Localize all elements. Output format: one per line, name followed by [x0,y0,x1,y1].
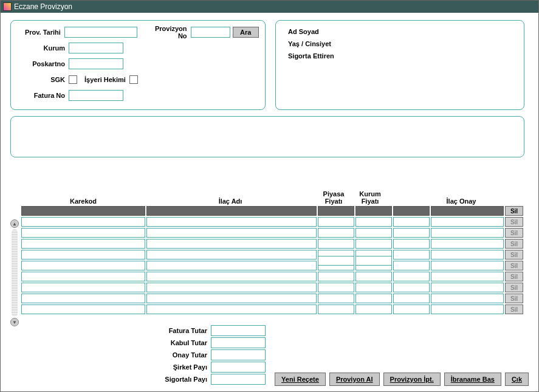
grid-cell[interactable] [318,294,354,303]
grid-cell[interactable] [146,217,317,227]
header-ilac-onay: İlaç Onay [425,198,498,206]
grid-cell [393,206,430,216]
grid-cell[interactable] [146,283,317,292]
grid-cell[interactable] [431,283,504,292]
grid-cell[interactable] [431,239,504,249]
grid-cell[interactable] [393,239,430,249]
grid-cell[interactable] [393,217,430,227]
isyeri-hekimi-checkbox[interactable] [129,75,138,84]
grid-cell[interactable] [393,272,430,281]
sil-button[interactable]: Sil [505,261,523,270]
yas-cinsiyet-label: Yaş / Cinsiyet [282,38,518,50]
grid-cell[interactable] [355,239,392,249]
grid-cell[interactable] [146,261,317,270]
grid-cell[interactable] [318,228,354,238]
scrollbar[interactable]: ▲ ▼ [10,206,19,326]
grid-cell[interactable] [355,294,392,303]
grid-cell[interactable] [318,272,354,281]
grid-cell[interactable] [355,217,392,227]
header-karekod: Karekod [21,198,145,206]
table-row: Sil [21,272,523,281]
prov-tarihi-input[interactable] [64,27,137,38]
sil-button[interactable]: Sil [505,304,523,314]
table-row: Sil [21,294,523,303]
form-panel: Prov. Tarihi Provizyon No Ara Kurum Posk… [10,20,266,110]
grid-cell[interactable] [21,304,145,314]
info-panel: Ad Soyad Yaş / Cinsiyet Sigorta Ettiren [275,20,524,110]
grid-cell[interactable] [146,250,317,260]
grid-cell[interactable] [393,294,430,303]
sirket-payi-label: Şirket Payı [138,363,211,371]
onay-tutar-input[interactable] [211,349,266,360]
grid-cell[interactable] [146,239,317,249]
grid-cell[interactable] [146,272,317,281]
sil-button[interactable]: Sil [505,294,523,303]
sil-button[interactable]: Sil [505,217,523,227]
grid-cell[interactable] [318,304,354,314]
isyeri-hekimi-label: İşyeri Hekimi [84,76,126,83]
grid-cell[interactable] [318,283,354,292]
grid-cell[interactable] [21,272,145,281]
sil-button[interactable]: Sil [505,250,523,260]
grid-cell[interactable] [393,261,430,270]
grid-cell[interactable] [355,272,392,281]
sil-button[interactable]: Sil [505,283,523,292]
sil-button[interactable]: Sil [505,228,523,238]
provizyon-no-label: Provizyon No [146,25,190,40]
grid-cell[interactable] [21,239,145,249]
grid-cell[interactable] [318,217,354,227]
scroll-up-icon[interactable]: ▲ [10,219,19,228]
ara-button[interactable]: Ara [233,27,259,38]
grid-cell[interactable] [21,283,145,292]
grid-cell[interactable] [431,294,504,303]
grid-cell[interactable] [431,250,504,260]
grid-cell [21,206,145,216]
fatura-no-input[interactable] [69,90,123,101]
kabul-tutar-input[interactable] [211,337,266,348]
sgk-checkbox[interactable] [69,75,77,84]
sil-button[interactable]: Sil [505,272,523,281]
kabul-tutar-label: Kabul Tutar [138,339,211,346]
sil-button[interactable]: Sil [505,239,523,249]
grid-cell[interactable] [431,228,504,238]
grid-cell[interactable] [431,261,504,270]
grid-cell[interactable] [431,272,504,281]
grid-cell[interactable] [146,304,317,314]
grid-cell[interactable] [393,304,430,314]
kurum-input[interactable] [69,43,123,53]
fatura-no-label: Fatura No [17,92,69,99]
grid-cell[interactable] [431,217,504,227]
poskartno-label: Poskartno [17,60,69,67]
table-row: Sil [21,283,523,292]
grid-cell[interactable] [393,283,430,292]
provizyon-no-input[interactable] [191,27,230,38]
grid-cell[interactable] [146,294,317,303]
grid-cell[interactable] [355,304,392,314]
grid-cell[interactable] [21,294,145,303]
grid-cell[interactable] [355,283,392,292]
grid-cell[interactable] [21,250,145,260]
grid-cell[interactable] [21,261,145,270]
grid-cell[interactable] [431,304,504,314]
grid-cell[interactable] [393,228,430,238]
sirket-payi-input[interactable] [211,362,266,373]
grid-cell[interactable] [146,228,317,238]
grid-cell[interactable] [21,228,145,238]
grid-cell[interactable] [21,217,145,227]
window-title: Eczane Provizyon [14,2,72,11]
proviyon-al-button[interactable]: Proviyon Al [329,373,380,386]
yeni-recete-button[interactable]: Yeni Reçete [275,373,326,386]
ibraname-bas-button[interactable]: İbraname Bas [444,373,501,386]
grid-cell[interactable] [355,228,392,238]
grid-cell[interactable] [318,239,354,249]
fatura-tutar-input[interactable] [211,325,266,336]
cik-button[interactable]: Çık [505,373,529,386]
poskartno-input[interactable] [69,58,123,69]
sigortali-payi-label: Sigortalı Payı [138,376,211,383]
provizyon-iptal-button[interactable]: Provizyon İpt. [383,373,441,386]
grid-cell[interactable] [393,250,430,260]
ad-soyad-label: Ad Soyad [282,26,518,38]
sigortali-payi-input[interactable] [211,374,266,385]
grid-cell [355,206,392,216]
sil-button[interactable]: Sil [505,206,523,216]
